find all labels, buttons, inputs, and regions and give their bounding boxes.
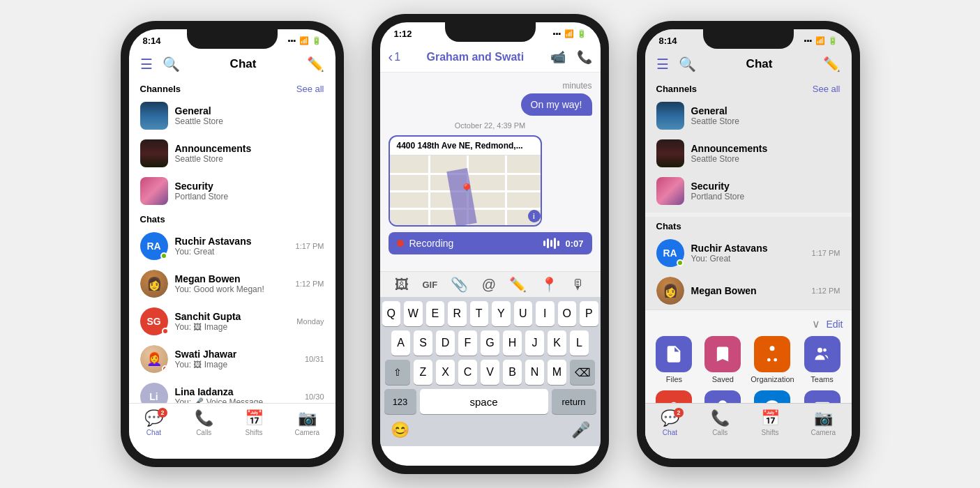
key-m[interactable]: M (548, 360, 566, 385)
see-all-3[interactable]: See all (813, 84, 840, 94)
emoji-btn-2[interactable]: 😊 (391, 421, 409, 439)
map-road-v3 (505, 155, 507, 225)
key-e[interactable]: E (426, 301, 445, 326)
key-d[interactable]: D (436, 330, 455, 356)
key-i[interactable]: I (536, 301, 555, 326)
channel-security-3[interactable]: Security Portland Store (645, 172, 852, 210)
calls-tab-icon-3: 📞 (711, 409, 730, 427)
key-w[interactable]: W (404, 301, 423, 326)
back-button-2[interactable]: ‹ 1 (389, 49, 401, 65)
chat-item-megan-3[interactable]: 👩 Megan Bowen 1:12 PM (645, 272, 852, 310)
date-separator-2: October 22, 4:39 PM (389, 121, 592, 130)
key-q[interactable]: Q (382, 301, 401, 326)
key-j[interactable]: J (525, 330, 544, 356)
msg-sent-2: On my way! (389, 93, 592, 116)
key-y[interactable]: Y (492, 301, 511, 326)
tab-shifts-1[interactable]: 📅 Shifts (245, 409, 264, 436)
edit-link-3[interactable]: Edit (826, 319, 843, 330)
key-r[interactable]: R (448, 301, 467, 326)
chat-item-ruchir-1[interactable]: RA Ruchir Astavans You: Great 1:17 PM (129, 227, 336, 265)
channel-sub-announce-1: Seattle Store (175, 154, 324, 164)
key-backspace[interactable]: ⌫ (570, 360, 595, 385)
chat-tab-badge-1: 2 (158, 408, 167, 418)
key-t[interactable]: T (470, 301, 489, 326)
search-icon-1[interactable]: 🔍 (163, 56, 180, 73)
app-saved-3[interactable]: Saved (702, 336, 744, 383)
menu-icon-3[interactable]: ☰ (656, 56, 669, 73)
mic-toolbar-icon-2[interactable]: 🎙 (571, 277, 585, 293)
channel-announcements-3[interactable]: Announcements Seattle Store (645, 135, 852, 172)
channel-general-1[interactable]: General Seattle Store (129, 97, 336, 135)
calls-tab-label-3: Calls (712, 429, 728, 436)
camera-tab-icon-1: 📷 (298, 409, 317, 427)
tab-chat-1[interactable]: 💬 Chat 2 (144, 409, 163, 436)
gif-toolbar-icon-2[interactable]: GIF (422, 280, 437, 290)
key-a[interactable]: A (391, 330, 410, 356)
key-o[interactable]: O (558, 301, 577, 326)
chat-time-megan-1: 1:12 PM (296, 280, 324, 288)
search-icon-3[interactable]: 🔍 (679, 56, 696, 73)
tab-shifts-3[interactable]: 📅 Shifts (761, 409, 780, 436)
compose-icon-1[interactable]: ✏️ (307, 56, 324, 73)
image-toolbar-icon-2[interactable]: 🖼 (395, 277, 409, 293)
app-files-3[interactable]: Files (654, 336, 695, 383)
location-card-2[interactable]: 4400 148th Ave NE, Redmond,... 📍 i (389, 135, 542, 227)
key-n[interactable]: N (525, 360, 544, 385)
key-f[interactable]: F (458, 330, 477, 356)
tab-calls-3[interactable]: 📞 Calls (711, 409, 730, 436)
channel-info-general-1: General Seattle Store (175, 105, 324, 126)
chevron-left-icon-2: ‹ (389, 49, 393, 65)
chevron-down-icon-3[interactable]: ∨ (812, 317, 820, 330)
draw-toolbar-icon-2[interactable]: ✏️ (509, 276, 527, 293)
video-icon-2[interactable]: 📹 (550, 49, 566, 65)
tab-calls-1[interactable]: 📞 Calls (195, 409, 213, 436)
key-k[interactable]: K (548, 330, 566, 356)
tab-chat-3[interactable]: 💬 Chat 2 (661, 409, 679, 436)
key-s[interactable]: S (414, 330, 432, 356)
tab-camera-1[interactable]: 📷 Camera (294, 409, 319, 436)
key-h[interactable]: H (503, 330, 522, 356)
camera-tab-label-3: Camera (811, 429, 836, 436)
menu-icon-1[interactable]: ☰ (140, 56, 153, 73)
key-z[interactable]: Z (414, 360, 432, 385)
key-c[interactable]: C (458, 360, 477, 385)
chat-item-ruchir-3[interactable]: RA Ruchir Astavans You: Great 1:17 PM (645, 234, 852, 272)
key-return[interactable]: return (552, 389, 596, 414)
key-u[interactable]: U (514, 301, 533, 326)
channel-announcements-1[interactable]: Announcements Seattle Store (129, 135, 336, 172)
svg-point-1 (767, 358, 771, 362)
key-p[interactable]: P (580, 301, 598, 326)
org-label-3: Organization (751, 375, 794, 383)
key-b[interactable]: B (503, 360, 522, 385)
map-pin-2: 📍 (459, 183, 474, 198)
chat-item-sanchit-1[interactable]: SG Sanchit Gupta You: 🖼 Image Monday (129, 303, 336, 340)
key-v[interactable]: V (481, 360, 499, 385)
attach-toolbar-icon-2[interactable]: 📎 (451, 276, 468, 293)
key-shift[interactable]: ⇧ (385, 360, 410, 385)
map-info-btn-2[interactable]: i (528, 210, 541, 222)
channel-general-3[interactable]: General Seattle Store (645, 97, 852, 135)
location-toolbar-icon-2[interactable]: 📍 (541, 276, 558, 293)
key-x[interactable]: X (436, 360, 455, 385)
chat-item-megan-1[interactable]: 👩 Megan Bowen You: Good work Megan! 1:12… (129, 265, 336, 303)
see-all-1[interactable]: See all (296, 84, 324, 94)
app-org-3[interactable]: Organization (751, 336, 794, 383)
phone-icon-2[interactable]: 📞 (577, 49, 592, 65)
chat-actions-2: 📹 📞 (550, 49, 592, 65)
mention-toolbar-icon-2[interactable]: @ (482, 277, 496, 293)
chat-item-swati-1[interactable]: 👩‍🦰 Swati Jhawar You: 🖼 Image 10/31 (129, 340, 336, 378)
app-teams-3[interactable]: Teams (801, 336, 843, 383)
mic-btn-2[interactable]: 🎤 (571, 421, 590, 439)
chats-section-3: Chats RA Ruchir Astavans You: Great 1:17… (645, 217, 852, 310)
compose-icon-3[interactable]: ✏️ (823, 56, 840, 73)
key-g[interactable]: G (481, 330, 499, 356)
channel-security-1[interactable]: Security Portland Store (129, 172, 336, 210)
key-123[interactable]: 123 (384, 389, 416, 414)
keyboard-row-4: 123 space return (382, 389, 598, 414)
keyboard-2: Q W E R T Y U I O P A S D F G H (380, 297, 601, 446)
chat-preview-megan-1: You: Good work Megan! (175, 284, 289, 294)
key-l[interactable]: L (570, 330, 589, 356)
teams-icon-3 (804, 336, 840, 372)
key-space[interactable]: space (420, 389, 548, 414)
tab-camera-3[interactable]: 📷 Camera (811, 409, 836, 436)
